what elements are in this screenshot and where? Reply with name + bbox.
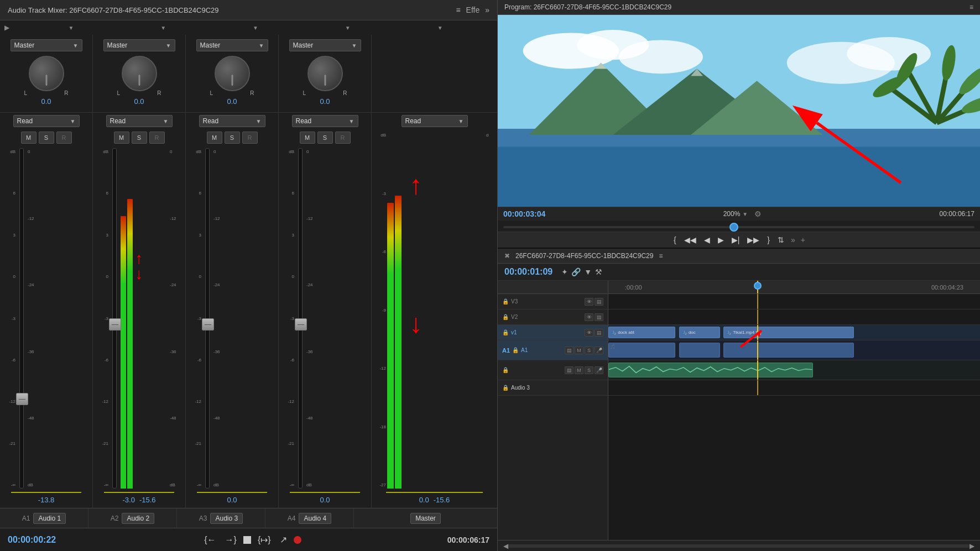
- monitor-playhead-row[interactable]: [498, 221, 980, 232]
- timeline-scrollbar[interactable]: [508, 544, 969, 548]
- a2-mic-icon[interactable]: 🎤: [595, 366, 603, 374]
- track2-mute-btn[interactable]: M: [114, 132, 129, 144]
- track3-master-dropdown[interactable]: Master ▼: [196, 39, 268, 51]
- v1-eye-icon[interactable]: 👁: [585, 329, 593, 337]
- monitor-add-btn[interactable]: +: [801, 235, 805, 244]
- track4-mute-btn[interactable]: M: [300, 132, 315, 144]
- track1-knob[interactable]: [29, 56, 64, 91]
- monitor-step-back-btn[interactable]: ◀◀: [683, 234, 697, 245]
- track2-fader-handle[interactable]: [109, 318, 121, 330]
- timeline-playhead-marker[interactable]: [754, 282, 762, 290]
- track3-read-dropdown[interactable]: Read ▼: [199, 115, 265, 127]
- timeline-close-icon[interactable]: ✖: [504, 252, 510, 260]
- clip-a1-2[interactable]: [679, 343, 720, 357]
- track2-name[interactable]: Audio 2: [122, 513, 154, 524]
- a1-mic-icon[interactable]: 🎤: [595, 347, 603, 354]
- stop-button[interactable]: [243, 536, 251, 544]
- monitor-mark-out-btn[interactable]: }: [766, 234, 771, 245]
- clip-a1-1[interactable]: 🎵: [608, 343, 675, 357]
- track-content-v3[interactable]: [608, 294, 980, 309]
- monitor-play-btn[interactable]: ▶: [717, 234, 725, 245]
- monitor-playhead-dot[interactable]: [729, 223, 738, 232]
- track3-knob[interactable]: [215, 56, 250, 91]
- timeline-menu-icon[interactable]: ≡: [659, 252, 663, 260]
- monitor-step-fwd-btn[interactable]: ▶▶: [746, 234, 760, 245]
- track1-solo-btn[interactable]: S: [39, 132, 54, 144]
- track1-record-btn[interactable]: R: [56, 132, 72, 144]
- marker-icon[interactable]: ▼: [584, 267, 592, 276]
- monitor-step-frame-back-btn[interactable]: ◀: [703, 234, 711, 245]
- timeline-timecode[interactable]: 00:00:01:09: [504, 267, 552, 277]
- snap-icon[interactable]: ✦: [561, 267, 568, 276]
- col2-collapse[interactable]: ▼: [160, 25, 166, 31]
- col4-collapse[interactable]: ▼: [345, 25, 351, 31]
- master-name[interactable]: Master: [410, 513, 441, 524]
- track2-solo-btn[interactable]: S: [132, 132, 147, 144]
- track2-read-dropdown[interactable]: Read ▼: [106, 115, 173, 127]
- monitor-menu-icon[interactable]: ≡: [969, 3, 973, 11]
- go-in-btn[interactable]: {←: [202, 534, 218, 546]
- track2-knob[interactable]: [122, 56, 157, 91]
- zoom-dropdown-icon[interactable]: ▼: [742, 211, 748, 217]
- track1-fader-handle[interactable]: [16, 393, 28, 405]
- track3-mute-btn[interactable]: M: [207, 132, 222, 144]
- monitor-insert-btn[interactable]: ⇅: [776, 234, 785, 245]
- col5-collapse[interactable]: ▼: [437, 25, 443, 31]
- a1-s-btn[interactable]: S: [585, 347, 593, 354]
- track-content-a2[interactable]: [608, 360, 980, 380]
- clip-v1-1[interactable]: 🎣 dock atit: [608, 327, 675, 339]
- clip-v1-2[interactable]: 🎣 doc: [679, 327, 720, 339]
- export-btn[interactable]: ↗: [278, 533, 289, 546]
- track1-read-dropdown[interactable]: Read ▼: [13, 115, 80, 127]
- ripple-btn[interactable]: {↦}: [256, 533, 273, 546]
- go-out-btn[interactable]: →}: [223, 534, 239, 546]
- wrench-icon[interactable]: ⚒: [595, 267, 602, 276]
- v3-track-icon[interactable]: ▤: [595, 298, 603, 306]
- track3-record-btn[interactable]: R: [242, 132, 258, 144]
- mixer-menu-icon[interactable]: ≡: [456, 6, 460, 14]
- a1-sync-icon[interactable]: ▤: [565, 347, 574, 354]
- track-content-v2[interactable]: [608, 309, 980, 325]
- track4-solo-btn[interactable]: S: [317, 132, 333, 144]
- track2-record-btn[interactable]: R: [149, 132, 165, 144]
- track-content-a1[interactable]: 🎵: [608, 340, 980, 360]
- track3-name[interactable]: Audio 3: [210, 513, 243, 524]
- track1-master-dropdown[interactable]: Master ▼: [11, 39, 82, 51]
- settings-icon[interactable]: ⚙: [754, 209, 762, 218]
- monitor-playhead-track[interactable]: [503, 226, 974, 228]
- master-read-dropdown[interactable]: Read ▼: [402, 115, 468, 127]
- clip-a1-3[interactable]: [723, 343, 853, 357]
- track2-master-dropdown[interactable]: Master ▼: [103, 39, 175, 51]
- linked-icon[interactable]: 🔗: [571, 267, 581, 276]
- a2-m-btn[interactable]: M: [575, 366, 583, 374]
- v1-track-icon[interactable]: ▤: [595, 329, 603, 337]
- a2-s-btn[interactable]: S: [585, 366, 593, 374]
- track4-name[interactable]: Audio 4: [299, 513, 331, 524]
- track3-solo-btn[interactable]: S: [225, 132, 240, 144]
- mixer-expand-icon[interactable]: »: [485, 6, 489, 14]
- collapse-left-arrow[interactable]: ▶: [0, 23, 14, 33]
- col1-collapse[interactable]: ▼: [68, 25, 74, 31]
- timeline-scroll-left[interactable]: ◀: [503, 542, 508, 550]
- track1-name[interactable]: Audio 1: [33, 513, 66, 524]
- clip-v1-3[interactable]: 🎣 Tikal1.mp4 [V]: [723, 327, 853, 339]
- monitor-more-icon[interactable]: »: [791, 235, 795, 244]
- track4-record-btn[interactable]: R: [335, 132, 351, 144]
- track4-knob[interactable]: [307, 56, 343, 91]
- clip-a2-audio[interactable]: [608, 363, 813, 377]
- monitor-step-frame-fwd-btn[interactable]: ▶|: [731, 234, 741, 245]
- timeline-scroll-right[interactable]: ▶: [969, 542, 974, 550]
- a1-m-btn[interactable]: M: [575, 347, 583, 354]
- v2-track-icon[interactable]: ▤: [595, 313, 603, 321]
- track1-mute-btn[interactable]: M: [21, 132, 37, 144]
- track4-read-dropdown[interactable]: Read ▼: [292, 115, 358, 127]
- v3-eye-icon[interactable]: 👁: [585, 298, 593, 306]
- col3-collapse[interactable]: ▼: [253, 25, 258, 31]
- track4-fader-handle[interactable]: [295, 318, 307, 330]
- track-content-v1[interactable]: 🎣 dock atit 🎣 doc 🎣 Tikal1.mp4 [V]: [608, 325, 980, 340]
- v2-eye-icon[interactable]: 👁: [585, 313, 593, 321]
- record-button[interactable]: [294, 536, 301, 544]
- a2-sync-icon[interactable]: ▤: [565, 366, 574, 374]
- track4-master-dropdown[interactable]: Master ▼: [289, 39, 361, 51]
- track3-fader-handle[interactable]: [202, 318, 214, 330]
